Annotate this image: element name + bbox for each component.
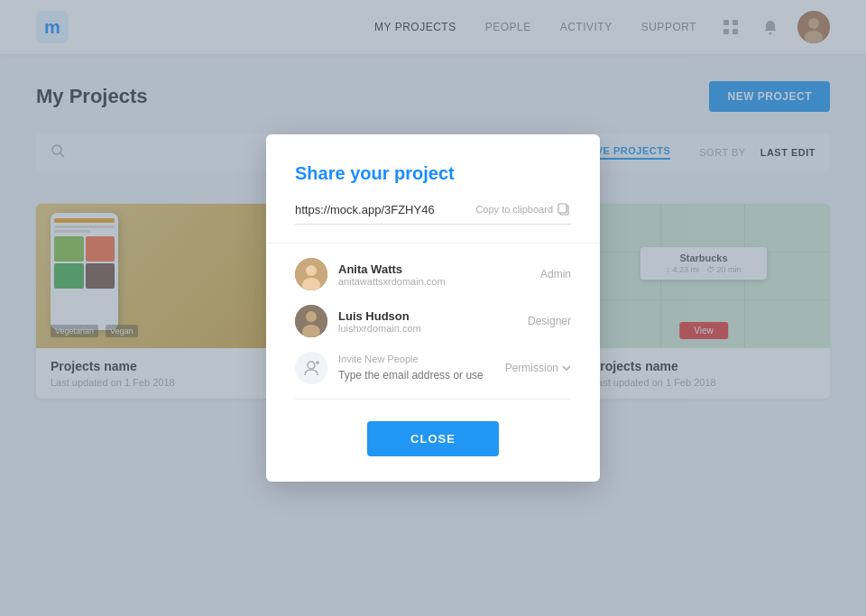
permission-label: Permission — [505, 362, 558, 374]
svg-point-20 — [308, 362, 315, 369]
member-row-luis: Luis Hudson luishxrdomain.com Designer — [295, 305, 571, 337]
member-email: luishxrdomain.com — [338, 323, 528, 334]
member-role: Admin — [540, 268, 571, 280]
invite-label: Invite new people — [338, 354, 505, 364]
invite-email-input[interactable] — [338, 369, 483, 382]
modal-overlay[interactable]: Share your project Copy to clipboard — [0, 0, 866, 616]
member-name: Luis Hudson — [338, 309, 528, 323]
invite-avatar — [295, 352, 327, 384]
copy-icon — [557, 202, 571, 216]
invite-right: Invite new people — [338, 354, 505, 382]
member-info-luis: Luis Hudson luishxrdomain.com — [338, 309, 528, 334]
member-email: anitawattsxrdomain.com — [338, 276, 540, 287]
svg-rect-13 — [558, 204, 567, 213]
divider — [266, 243, 600, 244]
permission-dropdown[interactable]: Permission — [505, 362, 571, 374]
invite-row: Invite new people Permission — [295, 352, 571, 400]
member-info-anita: Anita Watts anitawattsxrdomain.com — [338, 262, 540, 287]
member-avatar-anita — [295, 258, 327, 290]
chevron-down-icon — [562, 365, 571, 371]
share-url-row: Copy to clipboard — [295, 202, 571, 225]
modal-footer: CLOSE — [295, 421, 571, 456]
member-avatar-luis — [295, 305, 327, 337]
member-role: Designer — [528, 315, 571, 327]
member-name: Anita Watts — [338, 262, 540, 276]
copy-to-clipboard-button[interactable]: Copy to clipboard — [475, 202, 571, 216]
share-url-input[interactable] — [295, 203, 475, 216]
copy-label: Copy to clipboard — [475, 204, 553, 215]
svg-point-18 — [306, 311, 317, 322]
svg-point-15 — [306, 265, 317, 276]
member-row-anita: Anita Watts anitawattsxrdomain.com Admin — [295, 258, 571, 290]
close-button[interactable]: CLOSE — [367, 421, 499, 456]
modal-title: Share your project — [295, 163, 571, 184]
share-modal: Share your project Copy to clipboard — [266, 134, 600, 482]
